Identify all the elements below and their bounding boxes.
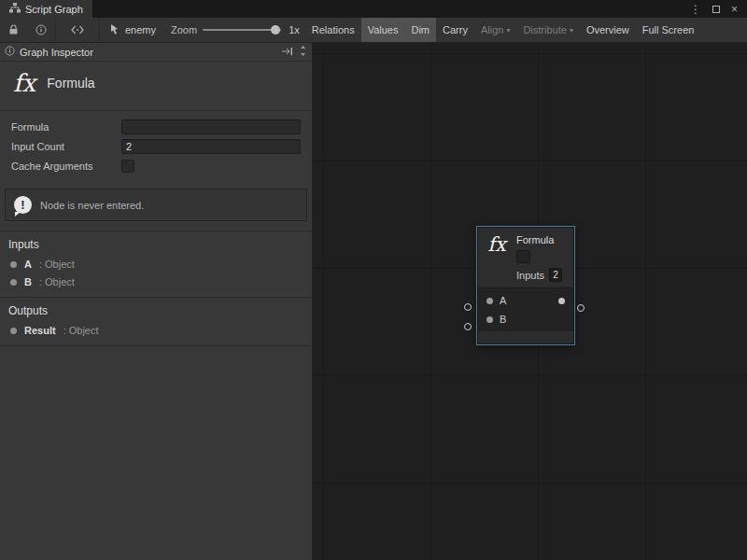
port-label: A [500, 295, 506, 306]
node-ports-section: A B [478, 287, 573, 331]
cache-arguments-label: Cache Arguments [11, 161, 121, 172]
port-name: A [24, 259, 32, 270]
formula-node-header: fx Formula Inputs 2 [478, 228, 573, 287]
port-type: : Object [39, 259, 75, 270]
node-input-port-b[interactable]: B [478, 310, 573, 329]
info-icon[interactable] [27, 18, 55, 42]
window-menu-icon[interactable]: ⋮ [690, 3, 701, 16]
cache-arguments-checkbox[interactable] [121, 160, 134, 173]
relations-button[interactable]: Relations [305, 18, 361, 42]
node-title: Formula [516, 234, 568, 245]
input-port-dot-icon[interactable] [486, 298, 493, 304]
distribute-dropdown[interactable]: Distribute ▾ [516, 18, 579, 42]
graph-reference-label: enemy [125, 24, 156, 35]
zoom-slider-knob[interactable] [271, 25, 280, 35]
formula-field-label: Formula [11, 121, 121, 133]
values-button[interactable]: Values [361, 18, 405, 42]
carry-button[interactable]: Carry [436, 18, 474, 42]
formula-fx-icon: fx [13, 71, 35, 95]
cache-arguments-field-row: Cache Arguments [11, 158, 301, 174]
node-inputs-count-row: Inputs 2 [516, 268, 568, 282]
script-graph-window: Script Graph ⋮ × enemy Zoom [0, 0, 747, 560]
graph-inspector-panel: Graph Inspector fx Formula Formula [0, 43, 313, 560]
chevron-down-icon: ▾ [506, 26, 510, 35]
close-icon[interactable]: × [731, 3, 738, 16]
overview-button[interactable]: Overview [580, 18, 636, 42]
tab-title: Script Graph [25, 4, 83, 15]
dim-button[interactable]: Dim [404, 18, 436, 42]
node-formula-input[interactable] [516, 250, 530, 263]
window-controls: ⋮ × [681, 0, 747, 18]
graph-canvas[interactable]: fx Formula Inputs 2 A [313, 43, 747, 560]
connection-handle-input-b[interactable] [464, 323, 472, 330]
maximize-icon[interactable] [712, 6, 720, 13]
lock-icon[interactable] [0, 18, 27, 42]
chevron-down-icon: ▾ [570, 26, 573, 35]
port-type: : Object [39, 276, 75, 287]
graph-toolbar: enemy Zoom 1x Relations Values Dim Carry… [0, 18, 747, 43]
input-count-input[interactable]: 2 [121, 139, 301, 154]
node-footer [478, 331, 573, 343]
warning-text: Node is never entered. [40, 200, 144, 211]
zoom-value: 1x [289, 24, 300, 35]
input-port-row-a: A : Object [0, 256, 312, 273]
align-dropdown[interactable]: Align ▾ [474, 18, 516, 42]
node-settings-fields: Formula Input Count 2 Cache Arguments [0, 111, 312, 177]
tab-strip: Script Graph ⋮ × [0, 0, 747, 18]
divider [0, 345, 312, 346]
zoom-slider[interactable] [203, 29, 281, 31]
inspector-title: Graph Inspector [20, 47, 93, 58]
connection-handle-output[interactable] [577, 304, 585, 312]
formula-fx-icon: fx [484, 234, 510, 282]
input-count-field-row: Input Count 2 [11, 138, 301, 154]
port-name: Result [24, 325, 56, 336]
node-input-count-field[interactable]: 2 [549, 268, 562, 282]
main-area: Graph Inspector fx Formula Formula [0, 43, 747, 560]
output-port-dot-icon[interactable] [558, 298, 565, 304]
input-port-dot-icon[interactable] [486, 316, 493, 323]
input-port-row-b: B : Object [0, 273, 312, 291]
full-screen-button[interactable]: Full Screen [636, 18, 701, 42]
port-name: B [24, 276, 32, 287]
node-warning: ! Node is never entered. [5, 189, 307, 221]
formula-input[interactable] [121, 119, 301, 134]
zoom-control: Zoom 1x [165, 24, 305, 35]
formula-node[interactable]: fx Formula Inputs 2 A [477, 227, 574, 344]
cursor-icon [109, 23, 120, 36]
align-label: Align [481, 24, 503, 35]
formula-field-row: Formula [11, 119, 301, 134]
warning-icon: ! [14, 196, 32, 214]
graph-reference-breadcrumb[interactable]: enemy [100, 23, 165, 36]
info-icon [5, 46, 15, 58]
graph-inspector-header: Graph Inspector [0, 43, 312, 62]
port-dot-icon [10, 328, 17, 334]
connection-handle-input-a[interactable] [464, 303, 472, 311]
output-port-row-result: Result : Object [0, 322, 312, 340]
port-dot-icon [10, 279, 17, 286]
port-type: : Object [63, 325, 99, 336]
selected-node-title: Formula [47, 76, 94, 91]
script-graph-icon [9, 3, 21, 15]
selected-node-title-block: fx Formula [0, 62, 312, 110]
scroll-stepper-icon[interactable] [299, 45, 307, 59]
distribute-label: Distribute [523, 24, 566, 35]
tab-script-graph[interactable]: Script Graph [0, 0, 92, 18]
input-count-label: Input Count [11, 141, 121, 152]
inputs-section-header: Inputs [0, 231, 312, 256]
port-dot-icon [10, 261, 17, 268]
zoom-label: Zoom [171, 24, 197, 35]
code-icon[interactable] [56, 18, 99, 42]
outputs-section-header: Outputs [0, 298, 312, 322]
node-inputs-label: Inputs [516, 270, 544, 281]
port-label: B [500, 314, 506, 325]
dock-panel-icon[interactable] [281, 47, 293, 58]
